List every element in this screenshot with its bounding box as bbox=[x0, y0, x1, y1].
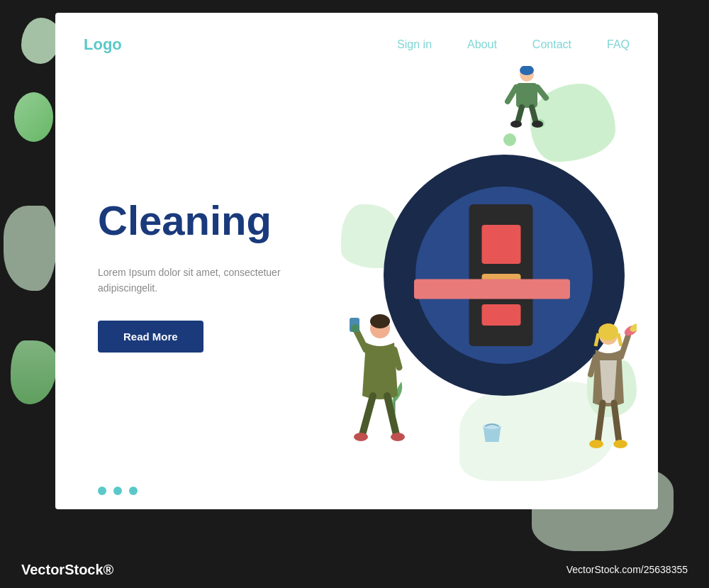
side-decoration-1 bbox=[21, 18, 60, 64]
svg-line-22 bbox=[596, 333, 598, 346]
bucket bbox=[480, 421, 505, 445]
page-dots bbox=[98, 487, 138, 495]
svg-point-16 bbox=[354, 433, 368, 441]
svg-point-30 bbox=[613, 440, 627, 448]
read-more-button[interactable]: Read More bbox=[98, 321, 203, 353]
svg-point-7 bbox=[510, 121, 522, 128]
svg-point-17 bbox=[391, 433, 405, 441]
nav-contact[interactable]: Contact bbox=[532, 38, 571, 51]
svg-line-24 bbox=[621, 335, 628, 357]
hero-description: Lorem Ipsum dolor sit amet, consectetuer… bbox=[98, 265, 327, 296]
traffic-light-red bbox=[481, 225, 520, 264]
svg-line-15 bbox=[387, 396, 396, 435]
side-decoration-2 bbox=[14, 92, 53, 142]
watermark-left: VectorStock® bbox=[21, 562, 113, 578]
svg-line-21 bbox=[618, 333, 621, 346]
svg-line-28 bbox=[614, 403, 619, 442]
watermark-bar: VectorStock® VectorStock.com/25638355 bbox=[0, 551, 709, 588]
navigation: Logo Sign in About Contact FAQ bbox=[55, 13, 658, 77]
svg-point-10 bbox=[370, 314, 390, 328]
dot-2[interactable] bbox=[113, 487, 122, 495]
svg-line-27 bbox=[598, 403, 603, 442]
hero-left-content: Cleaning Lorem Ipsum dolor sit amet, con… bbox=[55, 198, 327, 353]
side-decoration-4 bbox=[11, 340, 57, 404]
traffic-panel bbox=[469, 204, 533, 346]
svg-point-8 bbox=[532, 121, 543, 128]
svg-line-6 bbox=[532, 107, 536, 123]
hero-title: Cleaning bbox=[98, 198, 327, 243]
watermark-right: VectorStock.com/25638355 bbox=[566, 564, 688, 575]
svg-point-20 bbox=[598, 323, 618, 340]
svg-line-5 bbox=[518, 107, 522, 123]
main-card: Logo Sign in About Contact FAQ Cleaning … bbox=[55, 13, 658, 509]
svg-line-14 bbox=[362, 396, 373, 435]
dot-3[interactable] bbox=[129, 487, 138, 495]
traffic-light-green bbox=[481, 304, 520, 326]
side-decoration-3 bbox=[4, 206, 57, 291]
nav-links: Sign in About Contact FAQ bbox=[397, 38, 630, 51]
svg-rect-2 bbox=[516, 83, 537, 108]
dot-1[interactable] bbox=[98, 487, 106, 495]
svg-point-18 bbox=[351, 324, 359, 333]
nav-about[interactable]: About bbox=[467, 38, 497, 51]
person-left bbox=[348, 311, 412, 453]
logo: Logo bbox=[84, 35, 122, 54]
svg-point-29 bbox=[589, 440, 603, 448]
horizontal-bar bbox=[414, 279, 570, 299]
person-top bbox=[502, 66, 552, 137]
svg-line-4 bbox=[537, 87, 546, 98]
svg-line-3 bbox=[508, 87, 516, 101]
nav-faq[interactable]: FAQ bbox=[607, 38, 630, 51]
person-right bbox=[580, 318, 637, 460]
nav-signin[interactable]: Sign in bbox=[397, 38, 432, 51]
